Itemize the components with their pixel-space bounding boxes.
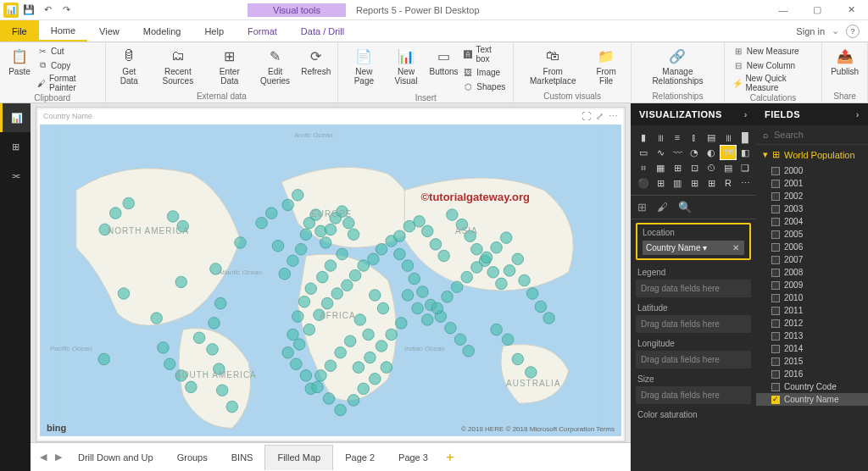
paste-button[interactable]: 📋Paste bbox=[5, 44, 34, 78]
checkbox-icon[interactable] bbox=[771, 319, 780, 328]
edit-queries-button[interactable]: ✎Edit Queries bbox=[251, 44, 299, 87]
model-view-icon[interactable]: ⫘ bbox=[0, 161, 31, 190]
report-view-icon[interactable]: 📊 bbox=[0, 103, 31, 132]
checkbox-icon[interactable] bbox=[771, 307, 780, 315]
location-well[interactable]: Location Country Name ▾ ✕ bbox=[636, 223, 751, 260]
field-item[interactable]: 2009 bbox=[756, 279, 868, 291]
field-item[interactable]: 2013 bbox=[756, 330, 868, 342]
enter-data-button[interactable]: ⊞Enter Data bbox=[209, 44, 252, 87]
sign-in-link[interactable]: Sign in bbox=[796, 26, 825, 36]
field-item[interactable]: 2016 bbox=[756, 368, 868, 380]
page-prev-icon[interactable]: ◀ bbox=[36, 452, 51, 463]
field-item[interactable]: Country Name bbox=[756, 393, 868, 406]
page-tab[interactable]: Groups bbox=[165, 445, 220, 469]
field-item[interactable]: 2015 bbox=[756, 355, 868, 368]
fields-tab-icon[interactable]: ⊞ bbox=[637, 201, 647, 213]
maximize-button[interactable]: ▢ bbox=[800, 0, 834, 20]
viz-type-icon[interactable]: ▤ bbox=[704, 130, 719, 144]
field-item[interactable]: 2012 bbox=[756, 317, 868, 330]
tab-help[interactable]: Help bbox=[192, 20, 236, 42]
from-marketplace-button[interactable]: 🛍From Marketplace bbox=[519, 44, 587, 87]
textbox-button[interactable]: 🅰Text box bbox=[459, 44, 508, 64]
new-column-button[interactable]: ⊟New Column bbox=[730, 58, 816, 72]
map-surface[interactable]: Arctic Ocean Atlantic Ocean Pacific Ocea… bbox=[40, 125, 621, 436]
copy-button[interactable]: ⧉Copy bbox=[34, 58, 100, 72]
search-input[interactable] bbox=[774, 130, 868, 140]
new-measure-button[interactable]: ⊞New Measure bbox=[730, 44, 816, 58]
legend-well[interactable]: LegendDrag data fields here bbox=[636, 265, 751, 297]
close-button[interactable]: ✕ bbox=[834, 0, 868, 20]
from-file-button[interactable]: 📁From File bbox=[587, 44, 626, 87]
checkbox-icon[interactable] bbox=[771, 383, 780, 391]
viz-type-icon[interactable]: ❏ bbox=[737, 161, 753, 175]
viz-type-icon[interactable]: ⊞ bbox=[653, 176, 668, 190]
viz-type-icon[interactable]: ⊞ bbox=[670, 161, 685, 175]
new-quick-measure-button[interactable]: ⚡New Quick Measure bbox=[730, 73, 816, 93]
latitude-well[interactable]: LatitudeDrag data fields here bbox=[636, 301, 751, 333]
viz-type-icon[interactable]: ⊡ bbox=[687, 161, 702, 175]
focus-icon[interactable]: ⤢ bbox=[596, 111, 604, 122]
get-data-button[interactable]: 🛢Get Data bbox=[111, 44, 148, 87]
checkbox-icon[interactable] bbox=[771, 294, 780, 302]
checkbox-icon[interactable] bbox=[771, 357, 780, 366]
viz-type-icon[interactable]: ⏲ bbox=[704, 161, 719, 175]
field-item[interactable]: 2001 bbox=[756, 177, 868, 190]
checkbox-icon[interactable] bbox=[771, 192, 780, 201]
checkbox-icon[interactable] bbox=[771, 218, 780, 226]
checkbox-icon[interactable] bbox=[771, 243, 780, 252]
checkbox-icon[interactable] bbox=[771, 269, 780, 277]
chevron-down-icon[interactable]: ▾ bbox=[700, 243, 709, 252]
redo-icon[interactable]: ↷ bbox=[58, 2, 75, 19]
viz-type-icon[interactable]: ⊞ bbox=[687, 176, 702, 190]
visualizations-header[interactable]: VISUALIZATIONS› bbox=[631, 103, 756, 125]
field-item[interactable]: 2007 bbox=[756, 253, 868, 266]
viz-type-icon[interactable]: ⫿ bbox=[687, 130, 702, 144]
cut-button[interactable]: ✂Cut bbox=[34, 44, 100, 58]
viz-type-icon[interactable]: ◐ bbox=[704, 146, 719, 159]
undo-icon[interactable]: ↶ bbox=[39, 2, 56, 19]
field-item[interactable]: 2003 bbox=[756, 202, 868, 215]
page-tab[interactable]: Page 3 bbox=[387, 445, 440, 469]
checkbox-icon[interactable] bbox=[771, 256, 780, 264]
viz-type-icon[interactable]: ⌗ bbox=[636, 161, 651, 175]
viz-type-icon[interactable]: ≡ bbox=[670, 130, 685, 144]
remove-field-icon[interactable]: ✕ bbox=[731, 243, 741, 252]
page-tab[interactable]: Drill Down and Up bbox=[66, 445, 165, 469]
tab-file[interactable]: File bbox=[0, 20, 39, 42]
field-item[interactable]: 2006 bbox=[756, 241, 868, 253]
viz-type-icon[interactable]: ▤ bbox=[721, 161, 736, 175]
viz-type-icon[interactable]: ⊞ bbox=[704, 176, 719, 190]
field-item[interactable]: 2008 bbox=[756, 266, 868, 279]
field-item[interactable]: 2005 bbox=[756, 228, 868, 241]
field-chip[interactable]: Country Name ▾ ✕ bbox=[643, 241, 744, 255]
checkbox-icon[interactable] bbox=[771, 167, 780, 175]
tab-view[interactable]: View bbox=[87, 20, 131, 42]
format-painter-button[interactable]: 🖌Format Painter bbox=[34, 73, 100, 93]
map-visual[interactable]: Country Name ⛶ ⤢ ⋯ bbox=[38, 109, 623, 440]
viz-type-icon[interactable]: ▮ bbox=[636, 130, 651, 144]
checkbox-icon[interactable] bbox=[771, 345, 780, 353]
checkbox-icon[interactable] bbox=[771, 370, 780, 379]
format-tab-icon[interactable]: 🖌 bbox=[657, 201, 668, 213]
recent-sources-button[interactable]: 🗂Recent Sources bbox=[147, 44, 208, 87]
more-icon[interactable]: ⋯ bbox=[609, 111, 618, 122]
fields-header[interactable]: FIELDS› bbox=[756, 103, 868, 125]
viz-type-icon[interactable]: ⋯ bbox=[737, 176, 753, 190]
field-item[interactable]: 2011 bbox=[756, 304, 868, 317]
viz-type-icon[interactable]: ◔ bbox=[687, 146, 702, 159]
checkbox-icon[interactable] bbox=[771, 230, 780, 239]
refresh-button[interactable]: ⟳Refresh bbox=[299, 44, 332, 78]
data-view-icon[interactable]: ⊞ bbox=[0, 132, 31, 161]
viz-type-icon[interactable]: ▦ bbox=[653, 161, 668, 175]
buttons-button[interactable]: ▭Buttons bbox=[428, 44, 460, 78]
tab-format[interactable]: Format bbox=[236, 20, 289, 42]
field-item[interactable]: 2014 bbox=[756, 342, 868, 355]
image-button[interactable]: 🖼Image bbox=[459, 65, 508, 79]
save-icon[interactable]: 💾 bbox=[20, 2, 37, 19]
page-tab[interactable]: Page 2 bbox=[333, 445, 387, 469]
viz-type-icon[interactable]: █ bbox=[737, 130, 753, 144]
filter-icon[interactable]: ⛶ bbox=[581, 111, 591, 122]
checkbox-icon[interactable] bbox=[771, 396, 780, 404]
fields-search[interactable]: ⌕ bbox=[756, 125, 868, 145]
field-item[interactable]: 2010 bbox=[756, 291, 868, 304]
